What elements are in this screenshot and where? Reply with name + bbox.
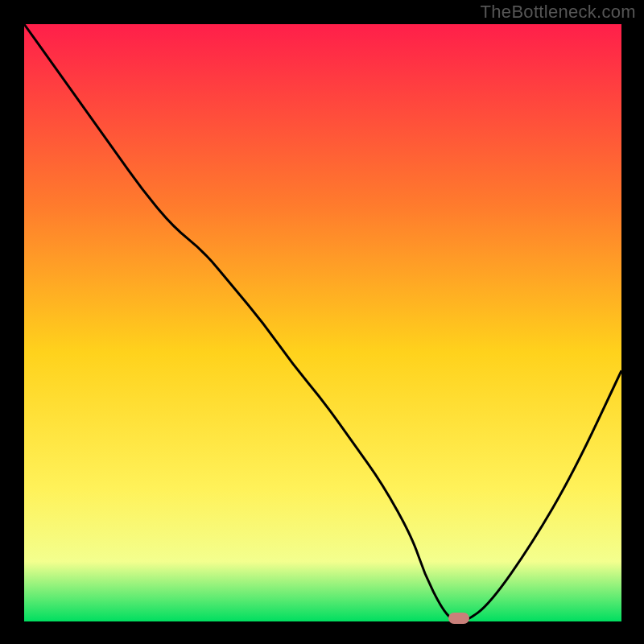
bottleneck-chart: [0, 0, 644, 644]
bottleneck-marker: [448, 613, 469, 624]
plot-background: [24, 24, 621, 621]
chart-frame: TheBottleneck.com: [0, 0, 644, 644]
watermark-text: TheBottleneck.com: [481, 2, 636, 23]
